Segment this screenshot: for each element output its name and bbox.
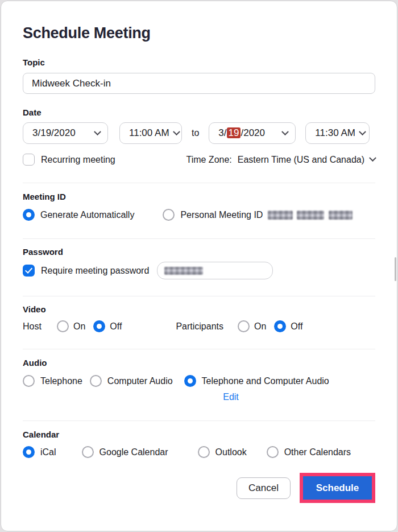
participants-on-label: On — [254, 321, 266, 332]
audio-label: Audio — [23, 358, 375, 368]
calendar-options: iCal Google Calendar Outlook Other Calen… — [23, 446, 375, 458]
host-off-label: Off — [110, 321, 122, 332]
chevron-down-icon — [359, 128, 366, 135]
timezone-select[interactable]: Time Zone: Eastern Time (US and Canada) — [186, 155, 375, 165]
chevron-down-icon — [281, 128, 289, 135]
radio-participants-video-off[interactable]: Off — [274, 320, 302, 332]
scrollbar-thumb[interactable] — [395, 257, 396, 281]
recurring-checkbox[interactable] — [23, 154, 35, 166]
end-time-select[interactable]: 11:30 AM — [305, 122, 370, 144]
host-on-label: On — [73, 321, 85, 332]
other-calendars-label: Other Calendars — [284, 447, 351, 457]
start-time-value: 11:00 AM — [129, 127, 169, 139]
radio-telephone-and-computer-audio[interactable]: Telephone and Computer Audio — [184, 375, 329, 387]
date-row: 3/19/2020 11:00 AM to 3/19/2020 11:30 AM — [23, 122, 375, 144]
radio-unselected-icon[interactable] — [90, 375, 102, 387]
radio-unselected-icon[interactable] — [163, 209, 175, 221]
timezone-value: Eastern Time (US and Canada) — [238, 155, 364, 165]
radio-outlook[interactable]: Outlook — [198, 446, 247, 458]
meeting-id-label: Meeting ID — [23, 192, 375, 201]
generate-automatically-label: Generate Automatically — [40, 210, 134, 220]
cancel-button[interactable]: Cancel — [237, 477, 291, 499]
redacted-password-value — [164, 267, 203, 275]
radio-unselected-icon[interactable] — [57, 320, 69, 332]
schedule-button[interactable]: Schedule — [303, 476, 372, 500]
audio-options: Telephone Computer Audio Telephone and C… — [23, 375, 375, 387]
date-label: Date — [23, 108, 375, 117]
start-date-select[interactable]: 3/19/2020 — [23, 122, 108, 144]
topic-input[interactable] — [23, 73, 375, 94]
schedule-highlight-annotation: Schedule — [300, 473, 375, 503]
telephone-label: Telephone — [40, 376, 82, 386]
radio-ical[interactable]: iCal — [23, 446, 56, 458]
outlook-label: Outlook — [215, 447, 247, 457]
password-row: Require meeting password — [23, 262, 375, 279]
radio-computer-audio[interactable]: Computer Audio — [90, 375, 173, 387]
divider — [23, 238, 375, 239]
page-title: Schedule Meeting — [23, 24, 375, 42]
schedule-meeting-dialog: Schedule Meeting Topic Date 3/19/2020 11… — [1, 1, 397, 531]
radio-host-video-on[interactable]: On — [57, 320, 85, 332]
end-date-select[interactable]: 3/19/2020 — [209, 122, 296, 144]
edit-link[interactable]: Edit — [223, 392, 239, 402]
chevron-down-icon — [173, 128, 180, 135]
end-time-value: 11:30 AM — [315, 127, 355, 139]
divider — [23, 349, 375, 349]
ical-label: iCal — [40, 447, 56, 457]
radio-selected-icon[interactable] — [23, 446, 35, 458]
video-row: Host On Off Participants On Off — [23, 320, 375, 332]
chevron-down-icon — [94, 128, 101, 135]
radio-generate-automatically[interactable]: Generate Automatically — [23, 209, 134, 221]
to-label: to — [192, 128, 199, 138]
participants-off-label: Off — [291, 321, 302, 332]
password-input[interactable] — [157, 262, 273, 279]
edit-row: Edit — [23, 392, 375, 402]
recurring-label: Recurring meeting — [41, 155, 115, 165]
chevron-down-icon — [369, 154, 376, 162]
radio-participants-video-on[interactable]: On — [238, 320, 266, 332]
radio-unselected-icon[interactable] — [23, 375, 35, 387]
divider — [23, 183, 375, 183]
divider — [23, 296, 375, 296]
start-time-select[interactable]: 11:00 AM — [119, 122, 182, 144]
recurring-timezone-row: Recurring meeting Time Zone: Eastern Tim… — [23, 154, 375, 166]
redacted-personal-meeting-id — [268, 211, 353, 220]
google-calendar-label: Google Calendar — [100, 447, 168, 457]
end-date-value: 3/19/2020 — [218, 127, 265, 139]
calendar-label: Calendar — [23, 430, 375, 439]
selected-day-highlight: 19 — [227, 127, 241, 138]
radio-telephone[interactable]: Telephone — [23, 375, 82, 387]
radio-unselected-icon[interactable] — [238, 320, 250, 332]
radio-selected-icon[interactable] — [23, 209, 35, 221]
topic-label: Topic — [23, 57, 375, 67]
radio-selected-icon[interactable] — [93, 320, 105, 332]
timezone-label: Time Zone: — [186, 155, 231, 165]
telephone-and-computer-audio-label: Telephone and Computer Audio — [202, 376, 329, 386]
password-label: Password — [23, 247, 375, 257]
radio-unselected-icon[interactable] — [267, 446, 279, 458]
participants-label: Participants — [176, 321, 223, 332]
require-password-label: Require meeting password — [41, 266, 149, 276]
require-password-checkbox[interactable] — [23, 265, 35, 277]
meeting-id-options: Generate Automatically Personal Meeting … — [23, 209, 375, 221]
personal-meeting-id-label: Personal Meeting ID — [180, 210, 263, 220]
radio-google-calendar[interactable]: Google Calendar — [82, 446, 168, 458]
computer-audio-label: Computer Audio — [107, 376, 173, 386]
radio-unselected-icon[interactable] — [198, 446, 210, 458]
radio-host-video-off[interactable]: Off — [93, 320, 122, 332]
radio-unselected-icon[interactable] — [82, 446, 94, 458]
radio-other-calendars[interactable]: Other Calendars — [267, 446, 351, 458]
radio-personal-meeting-id[interactable]: Personal Meeting ID — [163, 209, 353, 221]
divider — [23, 420, 375, 421]
start-date-value: 3/19/2020 — [32, 127, 76, 139]
video-label: Video — [23, 304, 375, 314]
host-label: Host — [23, 321, 57, 332]
button-row: Cancel Schedule — [23, 473, 375, 503]
radio-selected-icon[interactable] — [274, 320, 286, 332]
radio-selected-icon[interactable] — [184, 375, 196, 387]
